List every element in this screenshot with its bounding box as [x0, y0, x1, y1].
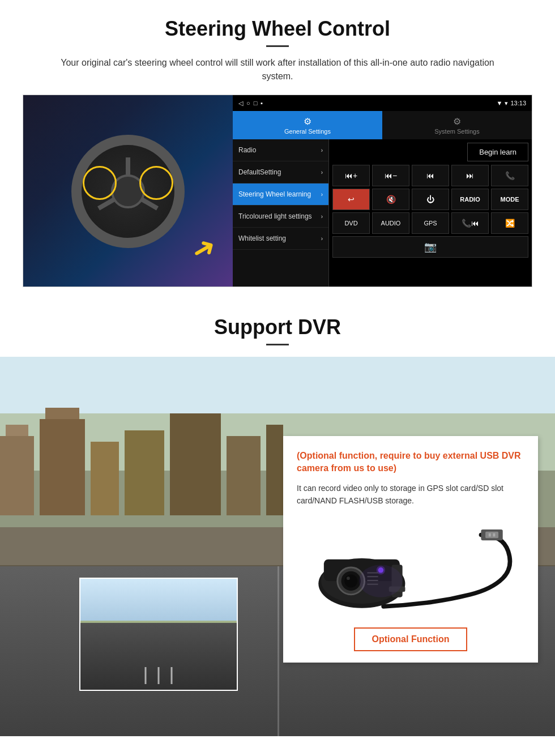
chevron-icon: › [321, 147, 323, 153]
shuffle-next-button[interactable]: 🔀 [491, 212, 528, 234]
svg-rect-4 [91, 442, 119, 515]
begin-learn-row: Begin learn [332, 143, 528, 161]
prev-button[interactable]: ⏮ [412, 165, 449, 186]
road-center-line [278, 566, 279, 736]
clock: 13:13 [510, 100, 526, 106]
gear-icon: ⚙ [304, 116, 311, 127]
highlight-right [139, 166, 173, 200]
svg-rect-6 [170, 413, 221, 515]
steering-divider [266, 45, 289, 47]
power-button[interactable]: ⏻ [412, 189, 449, 210]
recents-icon[interactable]: □ [254, 100, 258, 106]
road-line-3 [171, 667, 173, 684]
dvr-camera-image [297, 516, 524, 618]
steering-section: Steering Wheel Control Your original car… [0, 0, 555, 298]
chevron-icon: › [321, 191, 323, 198]
android-ui: ◁ ○ □ ▪ ▼ ▾ 13:13 ⚙ General Settings [233, 95, 532, 287]
dvr-description: It can record video only to storage in G… [297, 482, 524, 507]
menu-whitelist-label: Whitelist setting [238, 234, 286, 242]
home-icon[interactable]: ○ [246, 100, 250, 106]
chevron-icon: › [321, 236, 323, 242]
dvr-title-area: Support DVR [0, 298, 555, 357]
menu-item-whitelist[interactable]: Whitelist setting › [233, 228, 328, 250]
tab-general-settings[interactable]: ⚙ General Settings [233, 111, 382, 139]
wifi-icon: ▾ [505, 100, 508, 107]
dvr-info-card: (Optional function, require to buy exter… [283, 436, 538, 663]
svg-rect-11 [489, 533, 491, 536]
steering-title: Steering Wheel Control [23, 17, 532, 41]
menu-item-radio[interactable]: Radio › [233, 139, 328, 161]
thumb-lines [145, 667, 173, 684]
buildings-svg [0, 402, 283, 515]
dvd-button[interactable]: DVD [332, 212, 370, 234]
menu-item-default[interactable]: DefaultSetting › [233, 161, 328, 183]
steering-description: Your original car's steering wheel contr… [45, 56, 510, 83]
dvr-optional-warning: (Optional function, require to buy exter… [297, 450, 524, 475]
tab-system-settings[interactable]: ⚙ System Settings [382, 111, 532, 139]
audio-button[interactable]: AUDIO [372, 212, 409, 234]
system-icon: ⚙ [453, 116, 461, 127]
vol-up-button[interactable]: ⏮+ [332, 165, 370, 186]
road-line-2 [158, 667, 160, 684]
android-content: Radio › DefaultSetting › Steering Wheel … [233, 139, 532, 287]
svg-rect-12 [493, 533, 495, 536]
svg-rect-1 [6, 425, 28, 436]
hangup-button[interactable]: ↩ [332, 189, 370, 210]
arrow-icon: ➜ [185, 228, 222, 268]
statusbar-status: ▼ ▾ 13:13 [497, 100, 526, 107]
btn-row-3: DVD AUDIO GPS 📞⏮ 🔀 [332, 212, 528, 234]
gps-button[interactable]: GPS [412, 212, 449, 234]
btn-row-4: 📷 [332, 236, 528, 258]
steering-composite: ➜ ◁ ○ □ ▪ ▼ ▾ 13:13 ⚙ [23, 95, 532, 287]
btn-row-1: ⏮+ ⏮− ⏮ ⏭ 📞 [332, 165, 528, 186]
svg-rect-3 [45, 408, 79, 419]
steering-photo: ➜ [23, 95, 233, 287]
dvr-section: Support DVR [0, 298, 555, 751]
tabbar: ⚙ General Settings ⚙ System Settings [233, 111, 532, 139]
statusbar: ◁ ○ □ ▪ ▼ ▾ 13:13 [233, 95, 532, 111]
optional-function-button[interactable]: Optional Function [354, 627, 468, 651]
mode-button[interactable]: MODE [491, 189, 528, 210]
menu-tricolour-label: Tricoloured light settings [238, 212, 312, 220]
vol-down-button[interactable]: ⏮− [372, 165, 409, 186]
camera-button[interactable]: 📷 [332, 236, 528, 258]
svg-rect-10 [485, 531, 498, 537]
svg-point-18 [344, 574, 357, 587]
mute-button[interactable]: 🔇 [372, 189, 409, 210]
svg-point-28 [359, 565, 403, 597]
road-line-1 [145, 667, 147, 684]
svg-rect-0 [0, 436, 34, 515]
button-grid: Begin learn ⏮+ ⏮− ⏮ ⏭ 📞 ↩ 🔇 ⏻ [329, 139, 532, 287]
dvr-scene: (Optional function, require to buy exter… [0, 357, 555, 736]
svg-rect-2 [40, 419, 85, 515]
btn-row-2: ↩ 🔇 ⏻ RADIO MODE [332, 189, 528, 210]
dvr-thumbnail-inner [80, 579, 237, 690]
chevron-icon: › [321, 213, 323, 220]
statusbar-nav: ◁ ○ □ ▪ [238, 100, 263, 107]
svg-point-19 [347, 576, 350, 580]
menu-default-label: DefaultSetting [238, 168, 281, 176]
dvr-camera-svg [297, 516, 524, 618]
highlight-left [83, 166, 117, 200]
svg-rect-7 [227, 436, 261, 515]
dvr-thumbnail [79, 578, 238, 691]
menu-icon[interactable]: ▪ [261, 100, 263, 106]
menu-item-steering[interactable]: Steering Wheel learning › [233, 183, 328, 206]
menu-item-tricolour[interactable]: Tricoloured light settings › [233, 206, 328, 228]
back-icon[interactable]: ◁ [238, 100, 243, 107]
menu-list: Radio › DefaultSetting › Steering Wheel … [233, 139, 329, 287]
wheel-container [71, 135, 185, 248]
menu-steering-label: Steering Wheel learning [238, 190, 311, 198]
tab-general-label: General Settings [284, 128, 331, 135]
radio-button[interactable]: RADIO [451, 189, 489, 210]
thumb-sky [80, 579, 237, 623]
call-button[interactable]: 📞 [491, 165, 528, 186]
chevron-icon: › [321, 169, 323, 176]
dvr-divider [266, 344, 289, 345]
phone-prev-button[interactable]: 📞⏮ [451, 212, 489, 234]
dvr-title: Support DVR [0, 315, 555, 339]
next-button[interactable]: ⏭ [451, 165, 489, 186]
svg-rect-8 [266, 425, 283, 515]
signal-icon: ▼ [497, 100, 503, 106]
begin-learn-button[interactable]: Begin learn [467, 143, 528, 161]
